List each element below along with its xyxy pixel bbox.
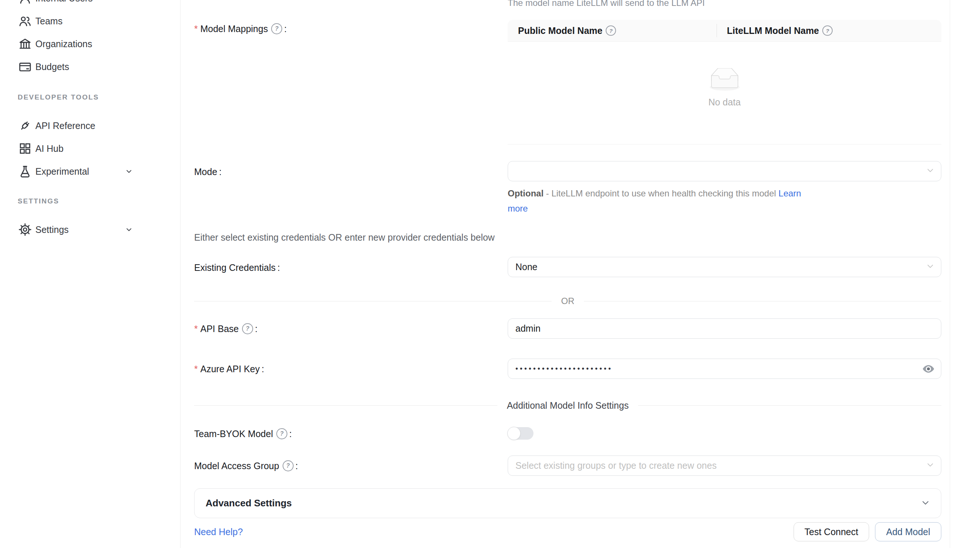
chevron-down-icon: [124, 225, 134, 234]
sidebar-item-organizations[interactable]: Organizations: [0, 33, 180, 54]
no-data-text: No data: [708, 97, 741, 108]
mode-select[interactable]: [508, 161, 941, 181]
api-base-label: * API Base ? :: [194, 323, 258, 335]
sidebar-item-label: Organizations: [35, 39, 92, 49]
table-empty-state: No data: [508, 41, 941, 145]
add-model-page: Internal Users Teams Organizations Budge…: [0, 0, 980, 548]
model-mappings-label: * Model Mappings ? :: [194, 23, 286, 35]
required-asterisk: *: [194, 323, 198, 334]
chevron-down-icon: [926, 261, 935, 273]
table-header: Public Model Name ? LiteLLM Model Name ?: [508, 20, 941, 41]
mode-label: Mode :: [194, 166, 222, 178]
azure-api-key-input[interactable]: ••••••••••••••••••••••: [508, 358, 941, 379]
azure-api-key-masked-value: ••••••••••••••••••••••: [515, 365, 612, 373]
help-icon[interactable]: ?: [242, 323, 253, 334]
model-name-help-text: The model name LiteLLM will send to the …: [508, 0, 705, 8]
sidebar-item-internal-users[interactable]: Internal Users: [0, 0, 180, 8]
existing-credentials-select[interactable]: None: [508, 257, 941, 277]
sidebar-item-label: Budgets: [35, 62, 69, 72]
user-icon: [18, 0, 32, 6]
additional-settings-divider-text: Additional Model Info Settings: [507, 400, 629, 411]
chevron-down-icon: [926, 166, 935, 177]
sidebar-section-developer-tools: DEVELOPER TOOLS: [18, 93, 99, 101]
gear-icon: [18, 222, 32, 237]
help-icon[interactable]: ?: [271, 23, 282, 34]
column-divider: [717, 24, 717, 37]
model-access-group-select[interactable]: Select existing groups or type to create…: [508, 456, 941, 476]
toggle-knob: [508, 427, 520, 440]
sidebar-item-api-reference[interactable]: API Reference: [0, 115, 180, 136]
sidebar: Internal Users Teams Organizations Budge…: [0, 0, 181, 548]
existing-credentials-label: Existing Credentials :: [194, 262, 280, 274]
help-icon[interactable]: ?: [276, 428, 287, 439]
sidebar-item-teams[interactable]: Teams: [0, 11, 180, 31]
chevron-down-icon: [920, 497, 931, 509]
team-byok-toggle[interactable]: [508, 427, 533, 440]
api-plug-icon: [18, 118, 32, 133]
sidebar-item-ai-hub[interactable]: AI Hub: [0, 138, 180, 159]
sidebar-item-label: API Reference: [35, 121, 95, 131]
column-header-public-model-name: Public Model Name ?: [508, 25, 717, 36]
empty-inbox-icon: [706, 68, 743, 93]
team-byok-label: Team-BYOK Model ? :: [194, 428, 292, 440]
test-connect-button[interactable]: Test Connect: [794, 522, 869, 542]
sidebar-item-experimental[interactable]: Experimental: [0, 161, 180, 182]
sidebar-item-label: AI Hub: [35, 143, 64, 154]
model-access-group-placeholder: Select existing groups or type to create…: [515, 460, 717, 471]
appstore-grid-icon: [18, 141, 32, 156]
credentials-note: Either select existing credentials OR en…: [194, 232, 495, 243]
help-icon[interactable]: ?: [822, 25, 833, 36]
api-base-input[interactable]: admin: [508, 319, 941, 339]
sidebar-item-label: Teams: [35, 16, 63, 27]
sidebar-item-label: Internal Users: [35, 0, 93, 4]
mode-extra-text: Optional - LiteLLM endpoint to use when …: [508, 186, 808, 216]
or-divider: OR: [194, 296, 941, 306]
bank-icon: [18, 37, 32, 51]
team-icon: [18, 14, 32, 29]
sidebar-section-settings: SETTINGS: [18, 197, 59, 205]
model-mappings-table: Public Model Name ? LiteLLM Model Name ?: [508, 20, 941, 145]
sidebar-item-label: Experimental: [35, 166, 89, 177]
content-right-rail: [950, 0, 950, 548]
flask-icon: [18, 164, 32, 179]
model-access-group-label: Model Access Group ? :: [194, 460, 298, 472]
required-asterisk: *: [194, 24, 198, 34]
sidebar-item-settings[interactable]: Settings: [0, 219, 180, 240]
sidebar-item-label: Settings: [35, 225, 68, 235]
required-asterisk: *: [194, 364, 198, 374]
azure-api-key-label: * Azure API Key :: [194, 363, 264, 375]
api-base-value: admin: [515, 323, 541, 334]
help-icon[interactable]: ?: [283, 460, 294, 472]
credit-card-icon: [18, 59, 32, 74]
need-help-link[interactable]: Need Help?: [194, 527, 243, 537]
sidebar-item-budgets[interactable]: Budgets: [0, 56, 180, 77]
chevron-down-icon: [926, 460, 935, 472]
additional-settings-divider: Additional Model Info Settings: [194, 400, 941, 411]
advanced-settings-panel[interactable]: Advanced Settings: [194, 488, 941, 518]
existing-credentials-value: None: [515, 262, 538, 272]
eye-icon[interactable]: [922, 362, 935, 376]
help-icon[interactable]: ?: [606, 25, 616, 36]
or-divider-text: OR: [561, 296, 574, 306]
advanced-settings-label: Advanced Settings: [205, 497, 292, 509]
chevron-down-icon: [124, 167, 134, 176]
add-model-button[interactable]: Add Model: [875, 522, 941, 542]
column-header-litellm-model-name: LiteLLM Model Name ?: [717, 25, 833, 36]
